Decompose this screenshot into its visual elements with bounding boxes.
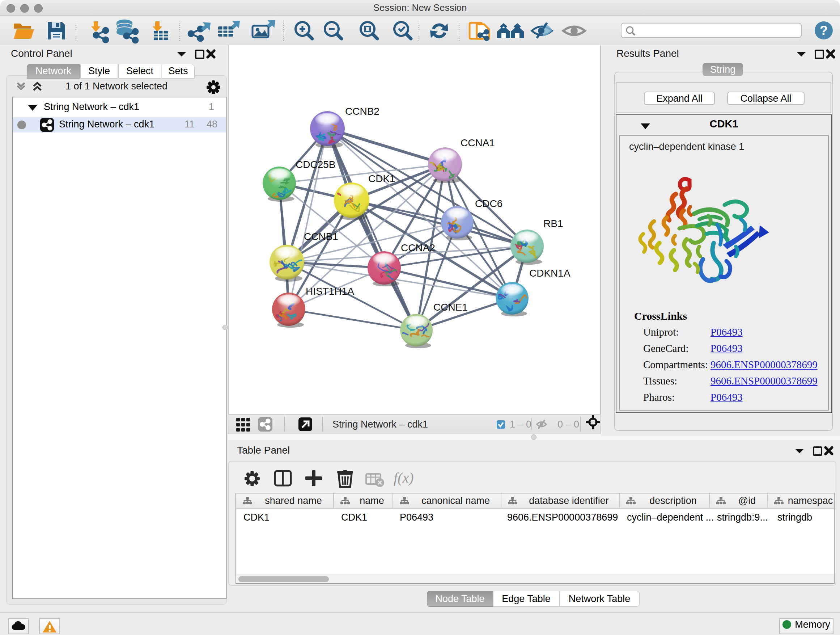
svg-text:0 – 0: 0 – 0 (557, 419, 579, 430)
svg-text:1 – 0: 1 – 0 (510, 419, 531, 430)
svg-text:CDK1: CDK1 (368, 173, 395, 184)
svg-text:CDC25B: CDC25B (295, 159, 335, 170)
svg-text:HIST1H1A: HIST1H1A (306, 286, 354, 297)
svg-text:f(x): f(x) (393, 470, 414, 486)
svg-text:String Network – cdk1: String Network – cdk1 (332, 419, 428, 430)
svg-text:?: ? (820, 23, 828, 38)
svg-text:CCNA2: CCNA2 (401, 242, 435, 253)
svg-text:CCNE1: CCNE1 (433, 302, 468, 313)
svg-text:RB1: RB1 (543, 218, 563, 229)
svg-text:CCNB1: CCNB1 (304, 231, 338, 242)
svg-text:CDC6: CDC6 (475, 198, 502, 209)
svg-text:CCNA1: CCNA1 (461, 137, 495, 149)
svg-text:CCNB2: CCNB2 (345, 106, 379, 117)
svg-text:CDKN1A: CDKN1A (529, 268, 570, 279)
